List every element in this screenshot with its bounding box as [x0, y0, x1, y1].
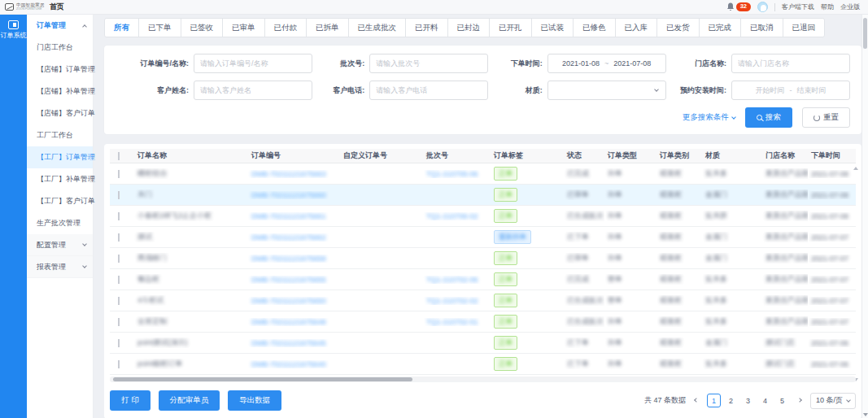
notifications-button[interactable]: 32 — [726, 2, 751, 11]
avatar[interactable] — [757, 2, 768, 12]
order-no-link[interactable]: DMB-70211121675650 — [248, 297, 340, 305]
batch-no-link[interactable]: TQ1-210705-06 — [423, 170, 491, 178]
select-all-checkbox[interactable] — [118, 152, 120, 160]
print-button[interactable]: 打 印 — [110, 390, 150, 411]
page-scrollbar[interactable] — [861, 15, 868, 418]
row-checkbox[interactable] — [118, 318, 120, 326]
search-button[interactable]: 搜索 — [745, 107, 792, 128]
export-data-button[interactable]: 导出数据 — [228, 390, 281, 411]
customer-name-input[interactable] — [194, 81, 312, 100]
sidebar-group-1[interactable]: 配置管理 — [27, 234, 93, 256]
batch-no-link[interactable]: TQ1-210706-02 — [423, 212, 491, 220]
row-checkbox[interactable] — [118, 212, 120, 220]
tab-8[interactable]: 已封边 — [447, 19, 490, 37]
page-button-1[interactable]: 1 — [707, 394, 721, 407]
table-row[interactable]: 全屋定制DMB-70211121675648TQ1-210702-01正单已生成… — [110, 311, 856, 333]
row-checkbox[interactable] — [118, 339, 120, 347]
reset-button[interactable]: 重置 — [802, 107, 850, 128]
customer-phone-input[interactable] — [369, 81, 488, 100]
tab-2[interactable]: 已签收 — [181, 19, 223, 37]
page-button-3[interactable]: 3 — [741, 394, 755, 407]
install-time-range-picker[interactable]: 开始时间 - 结束时间 — [731, 81, 850, 100]
sidebar-item-0-0[interactable]: 门店工作台 — [27, 37, 93, 59]
table-row[interactable]: 测试DMB-70211121675662重新拆单已下单补单精装柜金属门意美佳产品… — [110, 227, 856, 248]
order-no-link[interactable]: DMB-70211121675663 — [248, 170, 340, 178]
sidebar-group-2[interactable]: 报表管理 — [27, 256, 93, 278]
tab-16[interactable]: 已退回 — [783, 19, 825, 37]
row-checkbox[interactable] — [118, 297, 120, 305]
order-no-link[interactable]: DMB-70211121675655 — [248, 276, 340, 284]
tab-13[interactable]: 已发货 — [656, 19, 699, 37]
tab-4[interactable]: 已付款 — [264, 19, 307, 37]
tab-14[interactable]: 已完成 — [699, 19, 741, 37]
tab-3[interactable]: 已审单 — [222, 19, 264, 37]
sidebar-item-0-3[interactable]: 【店铺】客户订单 — [27, 102, 93, 124]
rail-item-order-system[interactable]: 订单系统 — [0, 15, 27, 40]
help-link[interactable]: 帮助 — [821, 2, 834, 11]
order-no-link[interactable]: DMB-70211121675660 — [248, 191, 340, 199]
table-row[interactable]: 木门DMB-70211121675660正单已审单补单精装柜金属门意美佳产品部2… — [110, 185, 856, 206]
tab-5[interactable]: 已拆单 — [306, 19, 348, 37]
row-checkbox[interactable] — [118, 170, 120, 178]
order-no-link[interactable]: DMB-70211121675662 — [248, 233, 340, 242]
horizontal-scrollbar[interactable] — [110, 377, 856, 382]
row-checkbox[interactable] — [118, 360, 120, 368]
page-button-4[interactable]: 4 — [758, 394, 772, 407]
sidebar-item-0-4[interactable]: 工厂工作台 — [27, 124, 93, 146]
sidebar-item-0-2[interactable]: 【店铺】补单管理 — [27, 81, 93, 102]
tab-12[interactable]: 已入库 — [615, 19, 657, 37]
tab-6[interactable]: 已生成批次 — [348, 19, 406, 37]
table-row[interactable]: point橱柜订单DMB-70211121675640正单已下单补单精装柜实木多… — [110, 354, 856, 375]
row-checkbox[interactable] — [118, 233, 120, 242]
tab-7[interactable]: 已开料 — [405, 19, 447, 37]
assign-reviewer-button[interactable]: 分配审单员 — [159, 390, 220, 411]
order-no-link[interactable]: DMB-70211121675640 — [248, 360, 340, 368]
sidebar-item-0-5[interactable]: 【工厂】订单管理 — [27, 146, 93, 168]
page-scrollbar-thumb[interactable] — [863, 18, 867, 49]
page-button-2[interactable]: 2 — [724, 394, 738, 407]
batch-no-link[interactable]: TQ1-210702-02 — [423, 297, 491, 305]
scroll-up-arrow[interactable] — [853, 167, 858, 170]
sidebar-item-0-1[interactable]: 【店铺】订单管理 — [27, 59, 93, 81]
order-no-link[interactable]: DMB-70211121675661 — [248, 212, 340, 220]
next-page-button[interactable] — [794, 394, 805, 408]
enterprise-link[interactable]: 企业版 — [840, 2, 860, 11]
material-select[interactable] — [547, 81, 666, 100]
more-filters-link[interactable]: 更多搜索条件 — [683, 112, 735, 123]
client-download-link[interactable]: 客户端下载 — [782, 2, 814, 11]
sidebar-item-0-8[interactable]: 生产批次管理 — [27, 212, 93, 234]
table-row[interactable]: 两扇移门DMB-70211121675658正单已审单补单精装柜金属门意美佳产品… — [110, 248, 856, 269]
table-row[interactable]: 小春柜2样飞3止企小柜DMB-70211121675661TQ1-210706-… — [110, 206, 856, 227]
page-button-5[interactable]: 5 — [775, 394, 789, 407]
page-scroll-down-arrow[interactable] — [863, 413, 868, 416]
order-no-link[interactable]: DMB-70211121675645 — [248, 339, 340, 347]
batch-no-link[interactable]: TQ1-210702-06 — [423, 276, 491, 284]
prev-page-button[interactable] — [691, 394, 702, 408]
row-checkbox[interactable] — [118, 255, 120, 263]
row-checkbox[interactable] — [118, 276, 120, 284]
sidebar-group-0[interactable]: 订单管理 — [27, 15, 93, 37]
batch-no-link[interactable]: TQ1-210702-01 — [423, 318, 491, 326]
tab-15[interactable]: 已取消 — [740, 19, 783, 37]
tab-1[interactable]: 已下单 — [138, 19, 181, 37]
order-time-range-picker[interactable]: 2021-01-08 ~ 2021-07-08 — [547, 54, 666, 73]
horizontal-scrollbar-thumb[interactable] — [113, 377, 412, 381]
table-row[interactable]: 槽柜组合DMB-70211121675663TQ1-210705-06正单已完成… — [110, 163, 856, 185]
order-no-link[interactable]: DMB-70211121675648 — [248, 318, 340, 326]
page-size-select[interactable]: 10 条/页 — [810, 393, 856, 409]
table-row[interactable]: point测试(演示)DMB-70211121675645正单已下单补单精装柜金… — [110, 333, 856, 354]
sidebar-item-0-7[interactable]: 【工厂】客户订单 — [27, 190, 93, 212]
order-no-link[interactable]: DMB-70211121675658 — [248, 255, 340, 263]
table-row[interactable]: 4斗柜试DMB-70211121675650TQ1-210702-02正单已生成… — [110, 290, 856, 311]
tab-9[interactable]: 已开孔 — [489, 19, 531, 37]
table-row[interactable]: 餐边柜DMB-70211121675655TQ1-210702-06正单已完成整… — [110, 269, 856, 290]
row-checkbox[interactable] — [118, 191, 120, 199]
batch-no-input[interactable] — [369, 54, 488, 73]
sidebar-item-0-6[interactable]: 【工厂】补单管理 — [27, 168, 93, 190]
store-name-input[interactable] — [731, 54, 850, 73]
home-nav[interactable]: 首页 — [50, 2, 64, 12]
tab-0[interactable]: 所有 — [105, 19, 138, 37]
tab-11[interactable]: 已修色 — [573, 19, 615, 37]
order-no-input[interactable] — [194, 54, 312, 73]
tab-10[interactable]: 已试装 — [531, 19, 574, 37]
